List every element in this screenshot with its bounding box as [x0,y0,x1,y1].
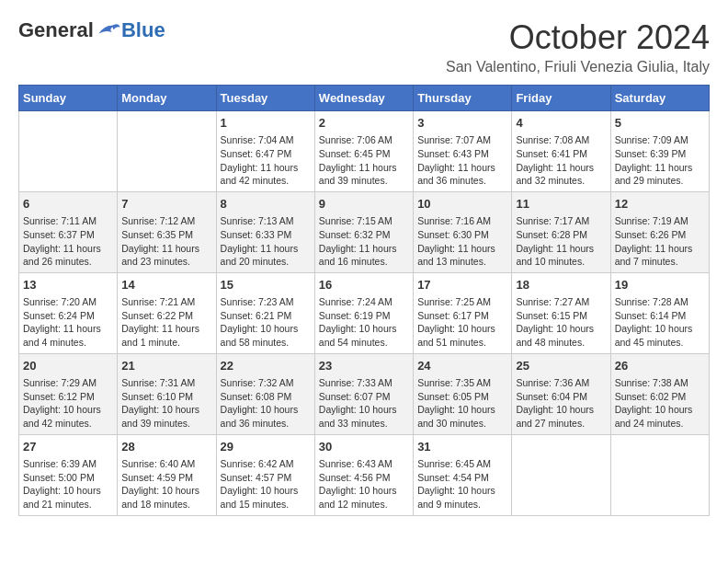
calendar-week-2: 6Sunrise: 7:11 AM Sunset: 6:37 PM Daylig… [19,191,710,272]
day-number: 19 [615,277,705,293]
day-number: 15 [221,277,311,293]
calendar-cell: 1Sunrise: 7:04 AM Sunset: 6:47 PM Daylig… [216,111,314,192]
day-info: Sunrise: 7:28 AM Sunset: 6:14 PM Dayligh… [615,295,705,350]
calendar-cell: 19Sunrise: 7:28 AM Sunset: 6:14 PM Dayli… [610,272,709,353]
day-number: 8 [221,196,311,213]
day-info: Sunrise: 7:36 AM Sunset: 6:04 PM Dayligh… [516,376,606,431]
calendar-cell: 24Sunrise: 7:35 AM Sunset: 6:05 PM Dayli… [414,353,512,434]
day-info: Sunrise: 7:13 AM Sunset: 6:33 PM Dayligh… [221,214,311,269]
calendar-cell: 26Sunrise: 7:38 AM Sunset: 6:02 PM Dayli… [610,353,709,434]
logo-bird-icon [96,20,121,40]
day-number: 10 [417,196,507,213]
day-number: 31 [417,439,507,455]
calendar-week-4: 20Sunrise: 7:29 AM Sunset: 6:12 PM Dayli… [19,353,710,434]
day-info: Sunrise: 7:11 AM Sunset: 6:37 PM Dayligh… [23,214,113,269]
day-number: 17 [417,277,507,293]
day-info: Sunrise: 7:08 AM Sunset: 6:41 PM Dayligh… [516,133,606,188]
calendar-cell: 5Sunrise: 7:09 AM Sunset: 6:39 PM Daylig… [610,111,709,192]
title-area: October 2024 San Valentino, Friuli Venez… [446,18,710,75]
calendar-cell: 28Sunrise: 6:40 AM Sunset: 4:59 PM Dayli… [118,434,216,515]
day-info: Sunrise: 7:29 AM Sunset: 6:12 PM Dayligh… [23,376,113,431]
calendar-cell: 25Sunrise: 7:36 AM Sunset: 6:04 PM Dayli… [512,353,610,434]
day-info: Sunrise: 7:06 AM Sunset: 6:45 PM Dayligh… [319,133,409,188]
day-number: 7 [121,196,211,213]
calendar-week-5: 27Sunrise: 6:39 AM Sunset: 5:00 PM Dayli… [19,434,710,515]
day-info: Sunrise: 6:40 AM Sunset: 4:59 PM Dayligh… [121,457,211,511]
day-header-tuesday: Tuesday [216,86,314,111]
day-number: 20 [23,358,113,374]
calendar-cell: 3Sunrise: 7:07 AM Sunset: 6:43 PM Daylig… [414,111,512,192]
day-number: 28 [121,439,211,455]
day-number: 18 [516,277,606,293]
day-info: Sunrise: 7:20 AM Sunset: 6:24 PM Dayligh… [23,295,113,350]
day-info: Sunrise: 7:23 AM Sunset: 6:21 PM Dayligh… [221,295,311,350]
day-number: 13 [23,277,113,293]
day-info: Sunrise: 7:16 AM Sunset: 6:30 PM Dayligh… [417,214,507,269]
day-info: Sunrise: 7:04 AM Sunset: 6:47 PM Dayligh… [221,133,311,188]
day-info: Sunrise: 7:31 AM Sunset: 6:10 PM Dayligh… [121,376,211,431]
day-info: Sunrise: 7:32 AM Sunset: 6:08 PM Dayligh… [221,376,311,431]
calendar-cell: 9Sunrise: 7:15 AM Sunset: 6:32 PM Daylig… [314,191,413,272]
day-number: 2 [319,115,409,132]
day-number: 16 [319,277,409,293]
calendar-cell: 4Sunrise: 7:08 AM Sunset: 6:41 PM Daylig… [512,111,610,192]
day-number: 1 [221,115,311,132]
day-info: Sunrise: 7:33 AM Sunset: 6:07 PM Dayligh… [319,376,409,431]
location-subtitle: San Valentino, Friuli Venezia Giulia, It… [446,59,710,75]
calendar-cell: 2Sunrise: 7:06 AM Sunset: 6:45 PM Daylig… [314,111,413,192]
calendar-cell: 29Sunrise: 6:42 AM Sunset: 4:57 PM Dayli… [216,434,314,515]
calendar-cell: 22Sunrise: 7:32 AM Sunset: 6:08 PM Dayli… [216,353,314,434]
day-info: Sunrise: 7:27 AM Sunset: 6:15 PM Dayligh… [516,295,606,350]
day-number: 3 [417,115,507,132]
calendar-cell: 6Sunrise: 7:11 AM Sunset: 6:37 PM Daylig… [19,191,118,272]
calendar-cell: 8Sunrise: 7:13 AM Sunset: 6:33 PM Daylig… [216,191,314,272]
day-info: Sunrise: 7:15 AM Sunset: 6:32 PM Dayligh… [319,214,409,269]
month-title: October 2024 [446,18,710,57]
page-header: General Blue October 2024 San Valentino,… [18,18,710,75]
logo-blue: Blue [121,18,165,42]
calendar-cell: 17Sunrise: 7:25 AM Sunset: 6:17 PM Dayli… [414,272,512,353]
day-info: Sunrise: 6:45 AM Sunset: 4:54 PM Dayligh… [417,457,507,511]
calendar-week-1: 1Sunrise: 7:04 AM Sunset: 6:47 PM Daylig… [19,111,710,192]
calendar-cell [19,111,118,192]
day-number: 24 [417,358,507,374]
day-info: Sunrise: 7:35 AM Sunset: 6:05 PM Dayligh… [417,376,507,431]
day-info: Sunrise: 7:25 AM Sunset: 6:17 PM Dayligh… [417,295,507,350]
calendar-cell: 16Sunrise: 7:24 AM Sunset: 6:19 PM Dayli… [314,272,413,353]
day-number: 4 [516,115,606,132]
day-number: 9 [319,196,409,213]
day-number: 29 [221,439,311,455]
day-info: Sunrise: 6:42 AM Sunset: 4:57 PM Dayligh… [221,457,311,511]
day-number: 22 [221,358,311,374]
day-header-wednesday: Wednesday [314,86,413,111]
calendar-body: 1Sunrise: 7:04 AM Sunset: 6:47 PM Daylig… [19,111,710,516]
day-header-thursday: Thursday [414,86,512,111]
day-info: Sunrise: 7:17 AM Sunset: 6:28 PM Dayligh… [516,214,606,269]
day-info: Sunrise: 7:09 AM Sunset: 6:39 PM Dayligh… [615,133,705,188]
calendar-cell: 27Sunrise: 6:39 AM Sunset: 5:00 PM Dayli… [19,434,118,515]
calendar-cell: 11Sunrise: 7:17 AM Sunset: 6:28 PM Dayli… [512,191,610,272]
logo: General Blue [18,18,165,42]
day-header-friday: Friday [512,86,610,111]
day-info: Sunrise: 7:21 AM Sunset: 6:22 PM Dayligh… [121,295,211,350]
day-info: Sunrise: 7:24 AM Sunset: 6:19 PM Dayligh… [319,295,409,350]
day-number: 26 [615,358,705,374]
day-info: Sunrise: 7:12 AM Sunset: 6:35 PM Dayligh… [121,214,211,269]
calendar-table: SundayMondayTuesdayWednesdayThursdayFrid… [18,85,710,516]
calendar-week-3: 13Sunrise: 7:20 AM Sunset: 6:24 PM Dayli… [19,272,710,353]
day-info: Sunrise: 7:19 AM Sunset: 6:26 PM Dayligh… [615,214,705,269]
day-info: Sunrise: 7:38 AM Sunset: 6:02 PM Dayligh… [615,376,705,431]
day-number: 11 [516,196,606,213]
day-number: 14 [121,277,211,293]
day-header-sunday: Sunday [19,86,118,111]
calendar-cell: 30Sunrise: 6:43 AM Sunset: 4:56 PM Dayli… [314,434,413,515]
calendar-cell: 31Sunrise: 6:45 AM Sunset: 4:54 PM Dayli… [414,434,512,515]
calendar-header-row: SundayMondayTuesdayWednesdayThursdayFrid… [19,86,710,111]
day-info: Sunrise: 6:43 AM Sunset: 4:56 PM Dayligh… [319,457,409,511]
day-header-saturday: Saturday [610,86,709,111]
day-number: 21 [121,358,211,374]
calendar-cell: 13Sunrise: 7:20 AM Sunset: 6:24 PM Dayli… [19,272,118,353]
calendar-cell: 7Sunrise: 7:12 AM Sunset: 6:35 PM Daylig… [118,191,216,272]
calendar-cell: 15Sunrise: 7:23 AM Sunset: 6:21 PM Dayli… [216,272,314,353]
calendar-cell: 20Sunrise: 7:29 AM Sunset: 6:12 PM Dayli… [19,353,118,434]
